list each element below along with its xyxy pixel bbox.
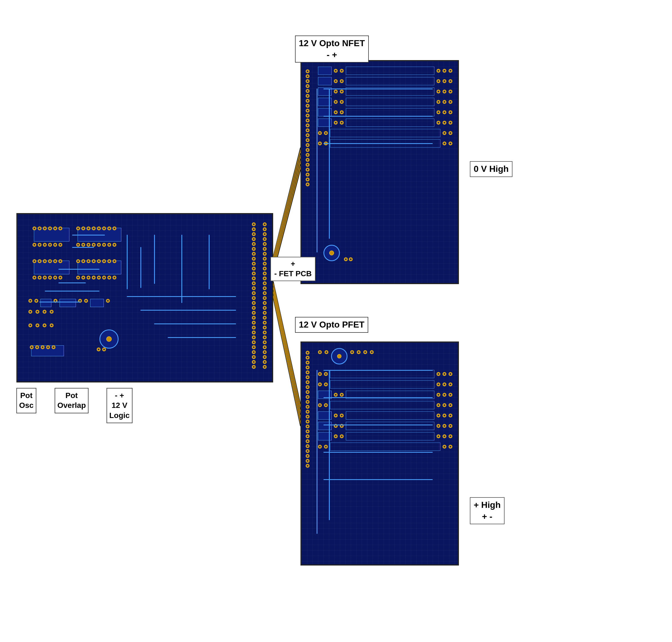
fet-pcb-label: +- FET PCB	[270, 257, 315, 281]
svg-line-1	[273, 153, 300, 261]
pfet-title-label: 12 V Opto PFET	[295, 317, 368, 333]
svg-line-8	[273, 167, 300, 270]
pot-overlap-label: PotOverlap	[55, 388, 89, 413]
svg-line-3	[273, 164, 300, 269]
svg-line-10	[273, 285, 300, 410]
svg-line-12	[273, 294, 300, 421]
nfet-title-label: 12 V Opto NFET - +	[295, 36, 369, 63]
svg-line-0	[273, 147, 300, 257]
svg-line-9	[273, 281, 300, 404]
svg-line-2	[273, 158, 300, 265]
logic-supply-label: - +12 VLogic	[106, 388, 132, 423]
svg-line-14	[273, 283, 300, 407]
svg-line-16	[273, 292, 300, 418]
svg-line-5	[273, 150, 300, 258]
svg-line-6	[273, 156, 300, 262]
main-logic-pcb	[16, 213, 273, 383]
svg-line-7	[273, 161, 300, 266]
pot-osc-label: PotOsc	[16, 388, 36, 413]
svg-line-15	[273, 287, 300, 412]
svg-line-17	[273, 296, 300, 423]
svg-line-11	[273, 290, 300, 415]
nfet-pcb	[300, 60, 459, 284]
pfet-side-label: + High+ -	[470, 497, 505, 524]
pfet-pcb	[300, 342, 459, 565]
nfet-side-label: 0 V High	[470, 161, 513, 177]
